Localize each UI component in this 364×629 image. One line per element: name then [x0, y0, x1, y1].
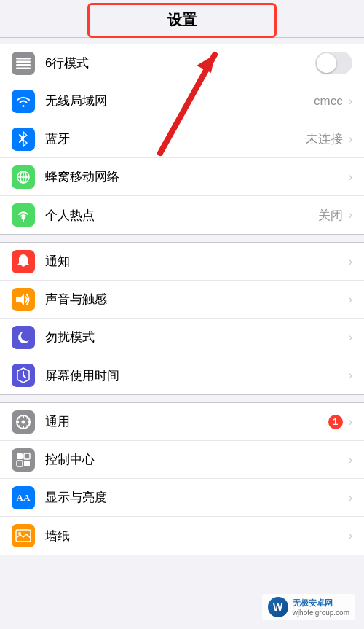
toggle-knob: [317, 53, 336, 73]
svg-rect-26: [24, 453, 30, 459]
hotspot-label: 个人热点: [45, 207, 318, 224]
sound-icon: [12, 288, 35, 311]
controlcenter-label: 控制中心: [45, 451, 347, 468]
bluetooth-label: 蓝牙: [45, 130, 306, 147]
svg-rect-2: [16, 64, 31, 66]
wallpaper-label: 墙纸: [45, 528, 347, 544]
watermark-text: 无极安卓网 wjhotelgroup.com: [293, 598, 349, 617]
row-bluetooth[interactable]: 蓝牙 未连接 ›: [0, 120, 364, 158]
watermark-line1: 无极安卓网: [293, 598, 349, 609]
svg-marker-12: [16, 294, 24, 305]
dnd-label: 勿扰模式: [45, 329, 347, 345]
display-chevron: ›: [349, 491, 352, 504]
row-wifi[interactable]: 无线局域网 cmcc ›: [0, 82, 364, 120]
watermark-line2: wjhotelgroup.com: [293, 609, 349, 617]
row-hotspot[interactable]: 个人热点 关闭 ›: [0, 196, 364, 234]
dnd-icon: [12, 326, 35, 349]
wifi-value: cmcc: [314, 94, 343, 109]
notification-chevron: ›: [349, 255, 352, 268]
svg-rect-28: [24, 461, 30, 466]
cellular-icon: [12, 165, 35, 189]
display-label: 显示与亮度: [45, 489, 347, 506]
row-dnd[interactable]: 勿扰模式 ›: [0, 319, 364, 356]
watermark-logo: W: [268, 597, 288, 617]
general-label: 通用: [45, 413, 328, 430]
screentime-label: 屏幕使用时间: [45, 367, 347, 384]
wifi-label: 无线局域网: [45, 93, 314, 109]
wifi-icon: [12, 90, 35, 113]
sixrow-icon: [12, 52, 35, 75]
notification-icon: [12, 250, 35, 273]
row-display[interactable]: AA 显示与亮度 ›: [0, 479, 364, 517]
general-icon: [12, 410, 35, 434]
section-notifications: 通知 › 声音与触感 › 勿扰模式 ›: [0, 242, 364, 395]
wifi-chevron: ›: [349, 95, 352, 108]
cellular-label: 蜂窝移动网络: [45, 168, 347, 185]
row-controlcenter[interactable]: 控制中心 ›: [0, 441, 364, 479]
svg-rect-27: [17, 461, 23, 466]
svg-line-23: [27, 417, 28, 418]
bluetooth-icon: [12, 128, 35, 151]
svg-text:W: W: [273, 601, 283, 613]
general-badge: 1: [328, 415, 343, 429]
general-chevron: ›: [349, 415, 352, 429]
cellular-chevron: ›: [349, 171, 352, 184]
row-sixrow[interactable]: 6行模式: [0, 44, 364, 82]
screentime-icon: [12, 364, 35, 387]
sound-label: 声音与触感: [45, 291, 347, 308]
section-system: 通用 1 › 控制中心 › AA 显示与亮度 ›: [0, 402, 364, 555]
bluetooth-chevron: ›: [349, 133, 352, 146]
header-title: 设置: [167, 12, 197, 28]
svg-rect-3: [16, 67, 31, 69]
svg-rect-1: [16, 60, 31, 63]
dnd-chevron: ›: [349, 331, 352, 344]
display-icon: AA: [12, 486, 35, 509]
wallpaper-chevron: ›: [349, 529, 352, 542]
svg-line-22: [27, 425, 28, 426]
hotspot-chevron: ›: [349, 208, 352, 222]
svg-line-14: [23, 375, 25, 378]
row-sound[interactable]: 声音与触感 ›: [0, 281, 364, 319]
watermark: W 无极安卓网 wjhotelgroup.com: [262, 594, 355, 620]
sound-chevron: ›: [349, 293, 352, 306]
settings-header: 设置: [0, 0, 364, 38]
notification-label: 通知: [45, 253, 347, 270]
sixrow-toggle[interactable]: [315, 52, 352, 74]
hotspot-value: 关闭: [318, 207, 343, 224]
hotspot-icon: [12, 203, 35, 227]
svg-rect-25: [17, 453, 23, 459]
row-wallpaper[interactable]: 墙纸 ›: [0, 517, 364, 555]
row-general[interactable]: 通用 1 ›: [0, 403, 364, 441]
screentime-chevron: ›: [349, 369, 352, 382]
svg-point-16: [22, 420, 25, 423]
svg-rect-0: [16, 58, 31, 60]
row-notification[interactable]: 通知 ›: [0, 243, 364, 281]
row-screentime[interactable]: 屏幕使用时间 ›: [0, 356, 364, 394]
section-connectivity: 6行模式 无线局域网 cmcc › 蓝牙 未连接 ›: [0, 44, 364, 235]
sixrow-label: 6行模式: [45, 55, 315, 71]
row-cellular[interactable]: 蜂窝移动网络 ›: [0, 158, 364, 196]
bluetooth-value: 未连接: [306, 130, 343, 147]
controlcenter-chevron: ›: [349, 453, 352, 466]
controlcenter-icon: [12, 448, 35, 472]
svg-line-21: [19, 417, 20, 418]
wallpaper-icon: [12, 524, 35, 547]
svg-line-24: [19, 425, 20, 426]
